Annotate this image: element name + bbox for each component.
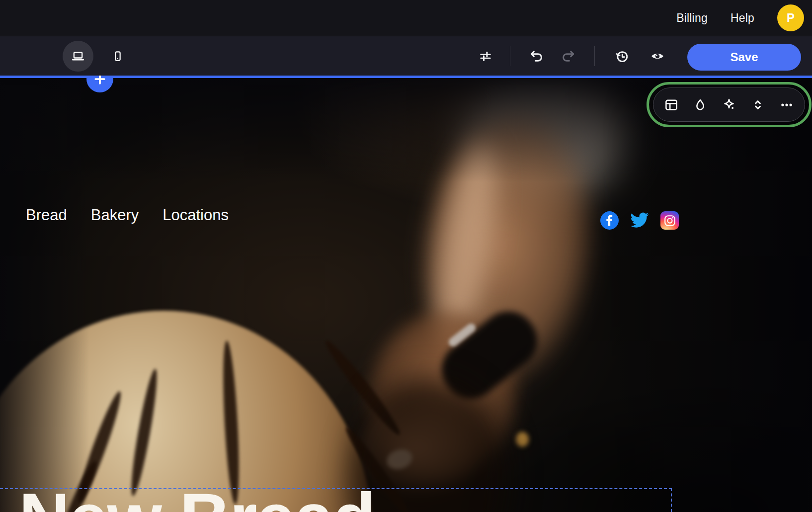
twitter-icon[interactable] xyxy=(630,212,650,229)
version-history-button[interactable] xyxy=(610,44,634,68)
facebook-icon[interactable] xyxy=(600,211,619,230)
nav-link-locations[interactable]: Locations xyxy=(162,206,229,224)
ai-sparkle-button[interactable] xyxy=(718,94,740,116)
hero-heading[interactable]: New Bread xyxy=(19,483,375,512)
section-toolbar xyxy=(653,87,805,122)
section-layout-button[interactable] xyxy=(660,94,682,116)
mobile-icon xyxy=(111,50,124,63)
account-avatar[interactable]: P xyxy=(777,4,804,31)
site-canvas: Bread Bakery Locations xyxy=(0,78,812,512)
save-button[interactable]: Save xyxy=(687,44,801,71)
section-toolbar-highlight xyxy=(647,82,812,127)
mobile-preview-button[interactable] xyxy=(102,41,133,72)
color-drop-button[interactable] xyxy=(689,94,711,116)
desktop-preview-button[interactable] xyxy=(63,41,93,72)
history-clock-icon xyxy=(615,49,630,64)
undo-icon xyxy=(529,49,544,64)
redo-icon xyxy=(561,49,575,64)
instagram-icon[interactable] xyxy=(660,211,679,230)
toolbar-divider xyxy=(594,46,595,66)
help-link[interactable]: Help xyxy=(731,11,754,25)
sliders-icon xyxy=(479,49,492,63)
nav-link-bread[interactable]: Bread xyxy=(26,206,67,224)
nav-link-bakery[interactable]: Bakery xyxy=(91,206,139,224)
page-settings-button[interactable] xyxy=(474,44,497,68)
preview-button[interactable] xyxy=(646,44,669,68)
section-boundary-line xyxy=(0,76,812,78)
billing-link[interactable]: Billing xyxy=(676,11,708,25)
eye-icon xyxy=(650,49,665,64)
social-links xyxy=(600,211,679,230)
reorder-section-button[interactable] xyxy=(747,94,769,116)
desktop-icon xyxy=(71,49,85,63)
redo-button[interactable] xyxy=(556,44,580,68)
site-navigation: Bread Bakery Locations xyxy=(26,206,229,224)
toolbar-divider xyxy=(510,46,510,66)
device-preview-toggle xyxy=(63,41,133,72)
account-bar: Billing Help P xyxy=(0,0,812,36)
more-options-button[interactable] xyxy=(776,94,798,116)
undo-button[interactable] xyxy=(525,44,549,68)
website-editor: Bread Bakery Locations xyxy=(0,0,812,512)
